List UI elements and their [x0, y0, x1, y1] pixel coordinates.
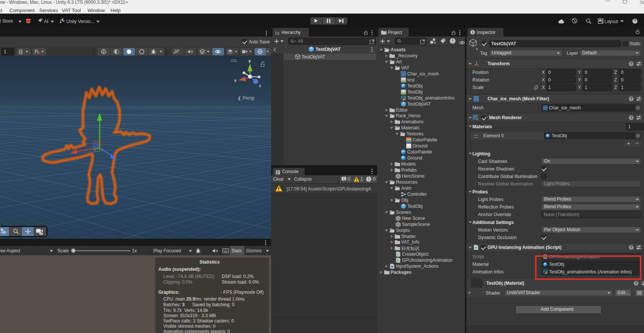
svg-text:❮ Persp: ❮ Persp: [238, 95, 255, 101]
svg-text:y: y: [248, 58, 251, 63]
svg-text:?: ?: [634, 19, 636, 23]
svg-text:x: x: [234, 78, 237, 83]
svg-text:z: z: [259, 83, 261, 88]
